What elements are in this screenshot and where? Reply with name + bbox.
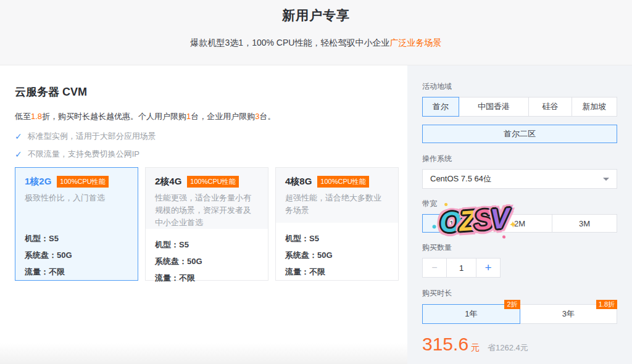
duration-tab-3year[interactable]: 3年 1.8折: [520, 304, 618, 324]
bandwidth-tab-1m[interactable]: 1M: [422, 214, 488, 233]
bandwidth-tab-2m[interactable]: 2M: [487, 214, 552, 233]
region-tab-siliconvalley[interactable]: 硅谷: [528, 97, 572, 117]
plan-card-header: 4核8G 100%CPU性能 超强性能，适合绝大多数业务场景: [276, 168, 398, 223]
region-tab-hongkong[interactable]: 中国香港: [459, 97, 529, 117]
spec-model: 机型：S5: [155, 236, 259, 253]
spec-model: 机型：S5: [25, 230, 128, 247]
plan-specs: 机型：S5 系统盘：50G 流量：不限: [15, 223, 138, 280]
quantity-input[interactable]: [447, 258, 476, 278]
content-area: 云服务器 CVM 低至1.8折，购买时长越长越优惠。个人用户限购1台，企业用户限…: [0, 65, 632, 364]
feature-list: ✓ 标准型实例，适用于大部分应用场景 ✓ 不限流量，支持免费切换公网IP: [15, 131, 399, 160]
plan-card-header: 1核2G 100%CPU性能 极致性价比，入门首选: [15, 168, 138, 223]
plan-card-4c8g[interactable]: 4核8G 100%CPU性能 超强性能，适合绝大多数业务场景 机型：S5 系统盘…: [275, 167, 399, 281]
price-row: 315.6 元 省1262.4元: [422, 334, 617, 355]
cpu-performance-badge: 100%CPU性能: [187, 176, 238, 188]
product-title: 云服务器 CVM: [15, 85, 399, 99]
config-panel: 活动地域 首尔 中国香港 硅谷 新加坡 首尔二区 操作系统 CentOS 7.5…: [407, 65, 632, 364]
region-tab-singapore[interactable]: 新加坡: [572, 97, 617, 117]
quantity-increase-button[interactable]: +: [476, 258, 501, 278]
plan-specs: 机型：S5 系统盘：50G 流量：不限: [276, 223, 398, 280]
product-description: 低至1.8折，购买时长越长越优惠。个人用户限购1台，企业用户限购3台。: [15, 111, 399, 122]
promo-banner: 新用户专享 爆款机型3选1，100% CPU性能，轻松驾驭中小企业广泛业务场景: [0, 0, 632, 65]
subtitle-text: 爆款机型3选1，100% CPU性能，轻松驾驭中小企业: [191, 38, 390, 48]
product-panel: 云服务器 CVM 低至1.8折，购买时长越长越优惠。个人用户限购1台，企业用户限…: [0, 65, 407, 364]
spec-traffic: 流量：不限: [25, 263, 128, 280]
bandwidth-tabs: 1M 2M 3M: [422, 214, 617, 233]
feature-text: 标准型实例，适用于大部分应用场景: [28, 131, 156, 142]
check-icon: ✓: [15, 131, 22, 141]
spec-traffic: 流量：不限: [285, 263, 389, 280]
duration-label: 购买时长: [422, 288, 617, 299]
quantity-label: 购买数量: [422, 242, 617, 253]
cpu-performance-badge: 100%CPU性能: [317, 176, 368, 188]
duration-tabs: 1年 2折 3年 1.8折: [422, 304, 617, 324]
duration-tab-1year[interactable]: 1年 2折: [422, 304, 520, 324]
os-select-value: CentOS 7.5 64位: [430, 173, 491, 184]
plan-title: 4核8G: [285, 176, 312, 188]
feature-item: ✓ 标准型实例，适用于大部分应用场景: [15, 131, 399, 142]
bandwidth-label: 带宽: [422, 199, 617, 209]
plan-description: 性能更强，适合业务量小有规模的场景，资深开发者及中小企业首选: [155, 192, 259, 229]
banner-subtitle: 爆款机型3选1，100% CPU性能，轻松驾驭中小企业广泛业务场景: [0, 38, 632, 49]
bandwidth-tab-3m[interactable]: 3M: [552, 214, 617, 233]
os-label: 操作系统: [422, 154, 617, 164]
plan-card-2c4g[interactable]: 2核4G 100%CPU性能 性能更强，适合业务量小有规模的场景，资深开发者及中…: [145, 167, 268, 281]
page-title: 新用户专享: [0, 0, 632, 24]
spec-disk: 系统盘：50G: [285, 247, 389, 263]
spec-model: 机型：S5: [285, 230, 389, 247]
region-tab-seoul[interactable]: 首尔: [422, 97, 459, 117]
plan-title: 1核2G: [25, 176, 51, 188]
plan-description: 超强性能，适合绝大多数业务场景: [285, 192, 389, 217]
check-icon: ✓: [15, 149, 22, 159]
plan-card-header: 2核4G 100%CPU性能 性能更强，适合业务量小有规模的场景，资深开发者及中…: [146, 168, 268, 229]
discount-badge: 1.8折: [596, 300, 617, 309]
discount-badge: 2折: [504, 300, 520, 309]
spec-traffic: 流量：不限: [155, 270, 259, 286]
quantity-decrease-button[interactable]: −: [422, 258, 447, 278]
savings-text: 省1262.4元: [488, 342, 528, 354]
price-unit: 元: [471, 342, 480, 354]
region-label: 活动地域: [422, 81, 617, 92]
plan-specs: 机型：S5 系统盘：50G 流量：不限: [146, 229, 268, 286]
price-value: 315.6: [422, 334, 468, 355]
feature-text: 不限流量，支持免费切换公网IP: [28, 149, 139, 160]
chevron-down-icon: [603, 178, 609, 181]
region-tabs: 首尔 中国香港 硅谷 新加坡: [422, 97, 617, 117]
feature-item: ✓ 不限流量，支持免费切换公网IP: [15, 149, 399, 160]
spec-disk: 系统盘：50G: [155, 253, 259, 270]
subtitle-highlight: 广泛业务场景: [389, 38, 441, 48]
plan-title: 2核4G: [155, 176, 181, 188]
zone-selector[interactable]: 首尔二区: [422, 125, 617, 143]
plan-card-list: 1核2G 100%CPU性能 极致性价比，入门首选 机型：S5 系统盘：50G …: [15, 167, 399, 281]
plan-card-1c2g[interactable]: 1核2G 100%CPU性能 极致性价比，入门首选 机型：S5 系统盘：50G …: [15, 167, 138, 281]
plan-description: 极致性价比，入门首选: [25, 192, 128, 204]
spec-disk: 系统盘：50G: [25, 247, 128, 263]
quantity-stepper: − +: [422, 258, 617, 278]
cpu-performance-badge: 100%CPU性能: [57, 176, 108, 188]
os-select[interactable]: CentOS 7.5 64位: [422, 169, 617, 189]
